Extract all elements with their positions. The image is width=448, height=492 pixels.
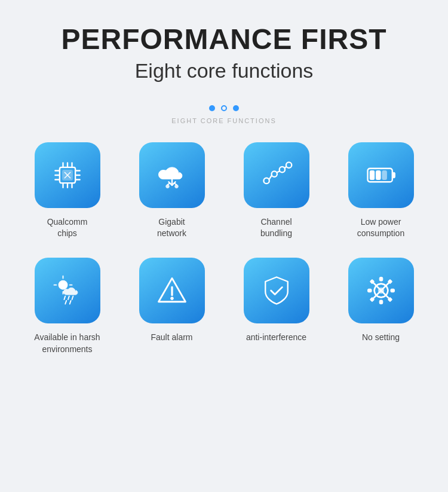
weather-icon	[50, 273, 85, 308]
gigabit-icon-box	[139, 142, 205, 208]
warning-icon	[154, 273, 190, 308]
svg-point-35	[59, 280, 67, 289]
channel-label: Channelbundling	[260, 216, 292, 240]
header: PERFORMANCE FIRST Eight core functions	[62, 24, 387, 82]
chart-dots-icon	[259, 157, 294, 193]
low-power-icon-box	[348, 142, 414, 208]
card-harsh: Available in harshenvironments	[21, 258, 113, 355]
pagination-dots	[209, 105, 239, 111]
card-anti: anti-interference	[230, 258, 323, 355]
svg-rect-50	[379, 300, 383, 304]
svg-line-28	[277, 171, 279, 172]
card-gigabit: Gigabitnetwork	[125, 142, 218, 240]
dot-3[interactable]	[233, 105, 239, 111]
dot-2[interactable]	[221, 105, 227, 111]
svg-line-41	[67, 296, 69, 300]
svg-rect-52	[390, 289, 394, 292]
svg-line-21	[167, 183, 170, 185]
gear-off-icon	[363, 273, 399, 308]
svg-line-27	[269, 176, 271, 179]
dot-1[interactable]	[209, 105, 215, 111]
anti-icon-box	[244, 258, 309, 323]
card-no-setting: No setting	[335, 258, 427, 355]
no-setting-label: No setting	[362, 332, 400, 344]
low-power-label: Low powerconsumption	[357, 216, 404, 240]
svg-line-42	[72, 296, 73, 300]
section-label: EIGHT CORE FUNCTIONS	[171, 117, 276, 124]
gigabit-label: Gigabitnetwork	[157, 216, 186, 240]
qualcomm-icon-box	[35, 142, 100, 208]
svg-line-29	[285, 167, 286, 168]
svg-line-44	[69, 301, 70, 304]
svg-point-25	[279, 167, 284, 172]
shield-check-icon	[259, 273, 294, 308]
features-grid: Qualcommchips Gigabitnetwork	[15, 142, 433, 355]
card-qualcomm: Qualcommchips	[21, 142, 113, 240]
svg-rect-33	[376, 170, 381, 179]
page-title-sub: Eight core functions	[62, 59, 387, 82]
fault-label: Fault alarm	[151, 332, 192, 344]
svg-rect-34	[382, 170, 386, 179]
anti-label: anti-interference	[246, 332, 306, 344]
svg-line-40	[64, 296, 65, 300]
harsh-icon-box	[35, 258, 100, 323]
battery-icon	[363, 157, 399, 193]
qualcomm-label: Qualcommchips	[47, 216, 88, 240]
chip-icon	[50, 157, 85, 193]
harsh-label: Available in harshenvironments	[34, 332, 100, 355]
svg-rect-49	[379, 277, 383, 281]
svg-rect-51	[367, 289, 372, 292]
svg-point-24	[271, 171, 277, 176]
no-setting-icon-box	[348, 258, 414, 323]
svg-point-46	[170, 297, 173, 300]
channel-icon-box	[244, 142, 309, 208]
svg-rect-32	[370, 170, 375, 179]
cloud-network-icon	[154, 157, 190, 193]
svg-line-43	[65, 301, 66, 304]
svg-rect-31	[392, 172, 395, 178]
card-low-power: Low powerconsumption	[335, 142, 427, 240]
page-title-main: PERFORMANCE FIRST	[62, 24, 387, 56]
card-channel: Channelbundling	[230, 142, 323, 240]
svg-point-23	[263, 178, 269, 183]
svg-line-22	[174, 183, 176, 185]
fault-icon-box	[139, 258, 205, 323]
svg-point-26	[286, 162, 291, 167]
card-fault: Fault alarm	[125, 258, 218, 355]
